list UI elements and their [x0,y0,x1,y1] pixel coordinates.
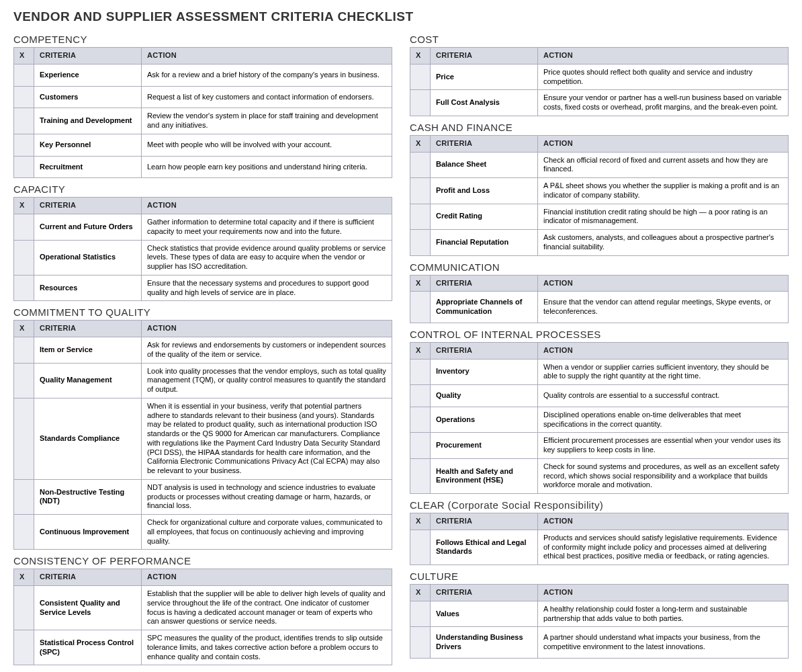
criteria-table: XCRITERIAACTIONItem or ServiceAsk for re… [13,320,392,550]
table-row: Key PersonnelMeet with people who will b… [14,134,392,156]
table-row: Operational StatisticsCheck statistics t… [14,240,392,275]
criteria-cell: Values [431,601,538,627]
col-header-x: X [14,48,34,65]
check-cell[interactable] [14,586,34,630]
left-column: COMPETENCYXCRITERIAACTIONExperienceAsk f… [13,28,392,665]
table-row: ValuesA healthy relationship could foste… [410,601,789,627]
check-cell[interactable] [14,134,34,156]
section-heading: CONSISTENCY OF PERFORMANCE [13,555,392,566]
columns-wrapper: COMPETENCYXCRITERIAACTIONExperienceAsk f… [13,28,789,665]
check-cell[interactable] [14,275,34,301]
table-row: Health and Safety and Environment (HSE)C… [410,458,789,493]
criteria-cell: Customers [34,86,142,108]
check-cell[interactable] [410,458,431,493]
check-cell[interactable] [14,479,34,514]
col-header-x: X [14,198,34,214]
action-cell: Price quotes should reflect both quality… [538,64,789,90]
table-row: Non-Destructive Testing (NDT)NDT analysi… [14,479,392,514]
check-cell[interactable] [410,385,431,407]
criteria-cell: Procurement [431,433,538,459]
criteria-cell: Profit and Loss [431,178,538,204]
criteria-cell: Price [431,64,538,90]
col-header-criteria: CRITERIA [34,321,142,337]
criteria-cell: Understanding Business Drivers [431,627,538,659]
table-row: Standards ComplianceWhen it is essential… [14,398,392,479]
section-heading: CONTROL OF INTERNAL PROCESSES [410,329,789,340]
check-cell[interactable] [14,398,34,479]
check-cell[interactable] [410,178,431,204]
check-cell[interactable] [410,230,431,256]
check-cell[interactable] [410,359,431,385]
check-cell[interactable] [410,64,431,90]
action-cell: Check for sound systems and procedures, … [538,458,789,493]
action-cell: Gather information to determine total ca… [142,214,392,241]
criteria-cell: Non-Destructive Testing (NDT) [34,479,142,514]
check-cell[interactable] [14,337,34,364]
action-cell: A partner should understand what impacts… [538,627,789,659]
section-heading: COMPETENCY [13,34,392,45]
check-cell[interactable] [14,214,34,241]
criteria-cell: Operations [431,407,538,433]
check-cell[interactable] [14,156,34,178]
criteria-cell: Continuous Improvement [34,515,142,550]
action-cell: Products and services should satisfy leg… [538,530,789,564]
col-header-criteria: CRITERIA [431,275,538,292]
criteria-cell: Credit Rating [431,204,538,230]
criteria-table: XCRITERIAACTIONExperienceAsk for a revie… [13,47,392,178]
criteria-cell: Recruitment [34,156,142,178]
criteria-cell: Inventory [431,359,538,385]
col-header-criteria: CRITERIA [431,585,538,601]
check-cell[interactable] [410,90,431,116]
page-title: VENDOR AND SUPPLIER ASSESSMENT CRITERIA … [13,9,789,24]
section-heading: CASH AND FINANCE [410,122,789,133]
criteria-table: XCRITERIAACTIONFollows Ethical and Legal… [410,513,789,565]
check-cell[interactable] [14,630,34,665]
table-row: CustomersRequest a list of key customers… [14,86,392,108]
action-cell: A P&L sheet shows you whether the suppli… [538,178,789,204]
action-cell: Review the vendor's system in place for … [142,108,392,134]
check-cell[interactable] [410,292,431,323]
col-header-x: X [14,321,34,337]
criteria-cell: Health and Safety and Environment (HSE) [431,458,538,493]
right-column: COSTXCRITERIAACTIONPricePrice quotes sho… [410,28,789,665]
criteria-cell: Key Personnel [34,134,142,156]
check-cell[interactable] [410,433,431,459]
table-row: InventoryWhen a vendor or supplier carri… [410,359,789,385]
action-cell: SPC measures the quality of the product,… [142,630,392,665]
criteria-table: XCRITERIAACTIONAppropriate Channels of C… [410,275,789,323]
check-cell[interactable] [410,627,431,659]
action-cell: Ensure your vendor or partner has a well… [538,90,789,116]
criteria-table: XCRITERIAACTIONCurrent and Future Orders… [13,197,392,301]
check-cell[interactable] [14,64,34,86]
table-row: QualityQuality controls are essential to… [410,385,789,407]
check-cell[interactable] [410,407,431,433]
table-row: Continuous ImprovementCheck for organiza… [14,515,392,550]
action-cell: Ask customers, analysts, and colleagues … [538,230,789,256]
col-header-criteria: CRITERIA [431,513,538,530]
action-cell: Establish that the supplier will be able… [142,586,392,630]
table-row: Item or ServiceAsk for reviews and endor… [14,337,392,364]
check-cell[interactable] [410,601,431,627]
action-cell: A healthy relationship could foster a lo… [538,601,789,627]
col-header-action: ACTION [142,321,392,337]
check-cell[interactable] [410,530,431,564]
check-cell[interactable] [410,204,431,230]
table-row: Balance SheetCheck an official record of… [410,152,789,178]
action-cell: NDT analysis is used in technology and s… [142,479,392,514]
col-header-criteria: CRITERIA [431,342,538,359]
criteria-cell: Consistent Quality and Service Levels [34,586,142,630]
check-cell[interactable] [410,152,431,178]
check-cell[interactable] [14,86,34,108]
check-cell[interactable] [14,240,34,275]
criteria-cell: Financial Reputation [431,230,538,256]
table-row: Statistical Process Control (SPC)SPC mea… [14,630,392,665]
criteria-cell: Training and Development [34,108,142,134]
check-cell[interactable] [14,515,34,550]
check-cell[interactable] [14,363,34,398]
table-row: Financial ReputationAsk customers, analy… [410,230,789,256]
col-header-criteria: CRITERIA [431,135,538,152]
check-cell[interactable] [14,108,34,134]
action-cell: When it is essential in your business, v… [142,398,392,479]
action-cell: Disciplined operations enable on-time de… [538,407,789,433]
action-cell: Ask for a review and a brief history of … [142,64,392,86]
